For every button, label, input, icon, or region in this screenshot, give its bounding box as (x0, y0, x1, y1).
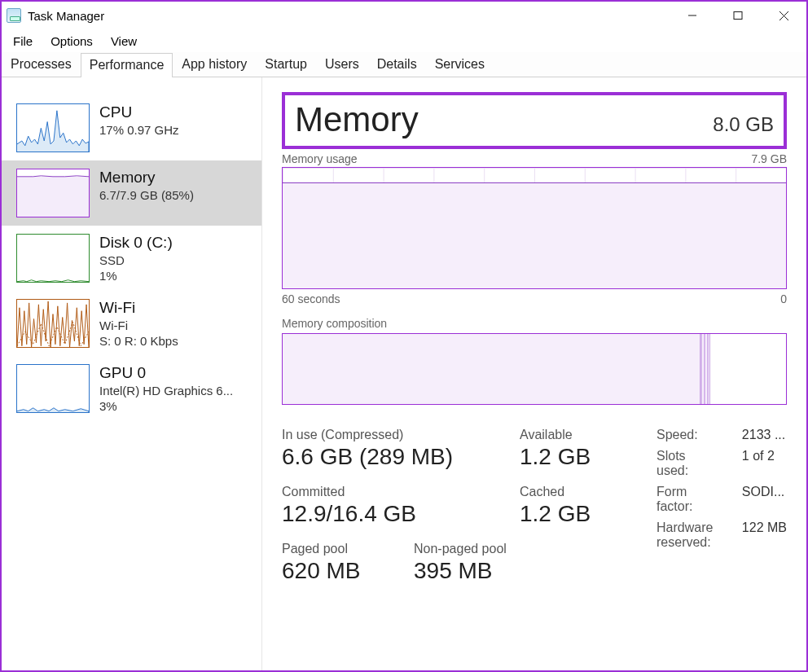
wifi-title: Wi-Fi (99, 299, 178, 317)
stats-area: In use (Compressed) 6.6 GB (289 MB) Avai… (282, 428, 787, 599)
tab-users[interactable]: Users (316, 52, 368, 77)
stat-available: Available 1.2 GB (520, 428, 642, 470)
memory-title: Memory (99, 169, 194, 187)
disk-sub2: 1% (99, 269, 173, 283)
gpu-title: GPU 0 (99, 364, 233, 382)
wifi-sub1: Wi-Fi (99, 318, 178, 332)
svg-rect-1 (734, 12, 742, 20)
composition-free (710, 334, 786, 404)
stat-in-use: In use (Compressed) 6.6 GB (289 MB) (282, 428, 494, 470)
sidebar-item-disk[interactable]: Disk 0 (C:) SSD 1% (2, 226, 261, 291)
wifi-mini-graph (16, 299, 90, 348)
cpu-mini-graph (16, 103, 90, 152)
svg-rect-4 (17, 177, 89, 217)
gpu-sub2: 3% (99, 399, 233, 413)
gpu-mini-graph (16, 364, 90, 413)
detail-pane: Memory 8.0 GB Memory usage 7.9 GB 60 sec… (262, 77, 806, 670)
composition-in-use (283, 334, 700, 404)
hardware-info: Speed:2133 ... Slots used:1 of 2 Form fa… (656, 428, 787, 599)
titlebar[interactable]: Task Manager (2, 2, 806, 29)
tab-app-history[interactable]: App history (173, 52, 256, 77)
memory-total: 8.0 GB (713, 113, 774, 136)
app-icon (7, 8, 21, 23)
sidebar-item-wifi[interactable]: Wi-Fi Wi-Fi S: 0 R: 0 Kbps (2, 291, 261, 356)
tab-startup[interactable]: Startup (256, 52, 316, 77)
memory-mini-graph (16, 169, 90, 217)
tab-processes[interactable]: Processes (2, 52, 81, 77)
memory-header: Memory 8.0 GB (282, 92, 787, 149)
menu-file[interactable]: File (5, 32, 41, 51)
stat-cached: Cached 1.2 GB (520, 485, 642, 527)
gpu-sub1: Intel(R) HD Graphics 6... (99, 384, 233, 397)
usage-time-right: 0 (780, 292, 787, 305)
close-button[interactable] (761, 2, 806, 29)
disk-mini-graph (16, 234, 90, 283)
tab-details[interactable]: Details (368, 52, 426, 77)
tab-services[interactable]: Services (426, 52, 494, 77)
cpu-title: CPU (99, 103, 179, 121)
memory-sub: 6.7/7.9 GB (85%) (99, 188, 194, 202)
disk-title: Disk 0 (C:) (99, 234, 173, 252)
composition-label: Memory composition (282, 317, 787, 330)
stat-paged: Paged pool 620 MB (282, 542, 388, 584)
window-title: Task Manager (28, 9, 104, 23)
stat-committed: Committed 12.9/16.4 GB (282, 485, 494, 527)
sidebar-item-memory[interactable]: Memory 6.7/7.9 GB (85%) (2, 160, 261, 226)
usage-graph-left-label: Memory usage (282, 152, 358, 165)
minimize-button[interactable] (670, 2, 715, 29)
stat-nonpaged: Non-paged pool 395 MB (414, 542, 536, 584)
tab-performance[interactable]: Performance (81, 53, 173, 77)
disk-sub1: SSD (99, 253, 173, 267)
usage-graph-right-label: 7.9 GB (751, 152, 787, 165)
sidebar-item-gpu[interactable]: GPU 0 Intel(R) HD Graphics 6... 3% (2, 356, 261, 421)
wifi-sub2: S: 0 R: 0 Kbps (99, 334, 178, 348)
tabstrip: Processes Performance App history Startu… (2, 52, 806, 77)
body: CPU 17% 0.97 GHz Memory 6.7/7.9 GB (85%) (2, 77, 806, 670)
menu-view[interactable]: View (103, 32, 145, 51)
sidebar: CPU 17% 0.97 GHz Memory 6.7/7.9 GB (85%) (2, 77, 262, 670)
memory-composition-bar (282, 333, 787, 405)
menu-options[interactable]: Options (42, 32, 101, 51)
maximize-button[interactable] (715, 2, 761, 29)
menubar: File Options View (2, 29, 806, 52)
memory-heading: Memory (295, 100, 419, 139)
usage-time-left: 60 seconds (282, 292, 340, 305)
cpu-sub: 17% 0.97 GHz (99, 123, 179, 137)
sidebar-item-cpu[interactable]: CPU 17% 0.97 GHz (2, 95, 261, 160)
memory-usage-graph (282, 167, 787, 289)
task-manager-window: Task Manager File Options View Processes… (0, 0, 808, 672)
composition-modified (700, 334, 710, 404)
